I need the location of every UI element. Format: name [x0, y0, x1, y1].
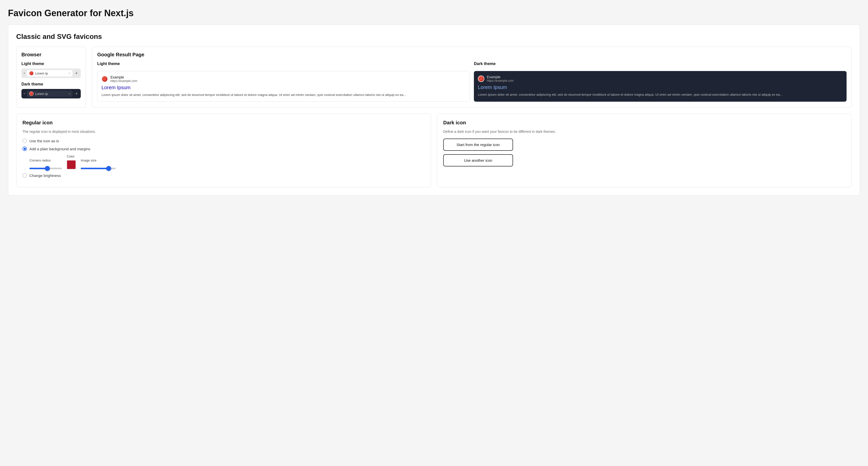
tab-favicon-dark: [29, 91, 34, 96]
google-dark-col: Dark theme Example https://example.com L…: [474, 62, 846, 102]
google-light-col: Light theme Example https://example.com …: [97, 62, 470, 102]
browser-panel: Browser Light theme × Lorem Ip × + Dark …: [16, 46, 86, 107]
change-brightness-label: Change brightness: [29, 174, 61, 178]
browser-tab-light[interactable]: Lorem Ip ×: [27, 70, 72, 76]
google-snippet-dark: Lorem ipsum dolor sit amet, consectetur …: [478, 92, 843, 97]
page-title: Favicon Generator for Next.js: [8, 8, 860, 19]
image-size-control: Image size: [81, 158, 116, 169]
browser-tab-close-left[interactable]: ×: [24, 71, 25, 75]
image-size-slider-thumb[interactable]: [106, 166, 111, 171]
google-site-name-light: Example: [111, 75, 137, 79]
tab-text-dark: Lorem Ip: [35, 92, 48, 96]
color-control: Color: [67, 155, 76, 169]
radio-option-1[interactable]: Use the icon as is: [23, 138, 425, 143]
corners-slider-track[interactable]: [29, 168, 62, 169]
radio-option-2[interactable]: Add a plain background and margins: [23, 147, 425, 151]
google-url-light: https://example.com: [111, 79, 137, 83]
google-favicon-dark: [478, 75, 484, 82]
google-snippet-light: Lorem ipsum dolor sit amet, consectetur …: [101, 92, 466, 97]
google-result-panel: Google Result Page Light theme Example h…: [92, 46, 852, 107]
change-brightness-radio: [23, 173, 27, 178]
tab-x-light[interactable]: ×: [68, 72, 70, 75]
regular-icon-subtitle: The regular icon is displayed in most si…: [23, 130, 425, 133]
browser-light-theme-label: Light theme: [22, 62, 81, 66]
regular-icon-panel: Regular icon The regular icon is display…: [16, 114, 431, 187]
image-size-slider-track[interactable]: [81, 168, 116, 169]
use-another-icon-button[interactable]: Use another icon: [443, 154, 513, 166]
google-light-result: Example https://example.com Lorem Ipsum …: [97, 71, 470, 102]
google-url-dark: https://example.com: [487, 79, 514, 83]
radio-label-2: Add a plain background and margins: [29, 147, 90, 151]
google-dark-result: Example https://example.com Lorem Ipsum …: [474, 71, 846, 102]
radio-circle-2: [23, 147, 27, 151]
corners-radius-label: Corners radius: [29, 158, 62, 162]
color-label: Color: [67, 155, 76, 158]
radio-label-1: Use the icon as is: [29, 139, 59, 143]
radio-circle-1: [23, 138, 27, 143]
browser-tab-bar-dark: × Lorem Ip × +: [22, 89, 81, 98]
google-site-name-dark: Example: [487, 75, 514, 79]
tab-new-light[interactable]: +: [74, 71, 79, 76]
browser-tab-close-dark-left[interactable]: ×: [24, 92, 25, 95]
google-themes-row: Light theme Example https://example.com …: [97, 62, 846, 102]
browser-dark-theme-label: Dark theme: [22, 82, 81, 87]
image-size-slider-fill: [81, 168, 109, 169]
google-result-header-light: Example https://example.com: [101, 75, 466, 83]
dark-icon-title: Dark icon: [443, 120, 845, 126]
corners-slider-thumb[interactable]: [45, 166, 50, 171]
google-light-theme-label: Light theme: [97, 62, 470, 66]
google-result-title-light[interactable]: Lorem Ipsum: [101, 85, 466, 90]
browser-tab-dark[interactable]: Lorem Ip ×: [27, 90, 72, 97]
main-card: Classic and SVG favicons Browser Light t…: [8, 24, 860, 196]
tab-x-dark[interactable]: ×: [68, 92, 70, 95]
tab-text-light: Lorem Ip: [35, 71, 48, 75]
tab-favicon-light: [29, 71, 34, 75]
controls-row: Corners radius Color Image size: [29, 155, 425, 169]
regular-icon-title: Regular icon: [23, 120, 425, 126]
google-dark-theme-label: Dark theme: [474, 62, 846, 66]
google-result-header-dark: Example https://example.com: [478, 75, 843, 83]
corners-radius-control: Corners radius: [29, 158, 62, 169]
dark-icon-panel: Dark icon Define a dark icon if you want…: [437, 114, 852, 187]
browser-tab-bar-light: × Lorem Ip × +: [22, 68, 81, 78]
change-brightness-option[interactable]: Change brightness: [23, 173, 425, 178]
google-panel-title: Google Result Page: [97, 52, 846, 58]
color-swatch[interactable]: [67, 160, 76, 169]
section-title: Classic and SVG favicons: [16, 33, 852, 41]
top-row: Browser Light theme × Lorem Ip × + Dark …: [16, 46, 852, 107]
browser-panel-title: Browser: [22, 52, 81, 58]
google-site-info-light: Example https://example.com: [111, 75, 137, 83]
google-site-info-dark: Example https://example.com: [487, 75, 514, 83]
image-size-label: Image size: [81, 158, 116, 162]
google-result-title-dark[interactable]: Lorem Ipsum: [478, 85, 843, 90]
tab-new-dark[interactable]: +: [74, 91, 79, 96]
google-favicon-light: [101, 76, 108, 82]
start-from-regular-button[interactable]: Start from the regular icon: [443, 138, 513, 151]
dark-icon-subtitle: Define a dark icon if you want your favi…: [443, 130, 845, 133]
bottom-row: Regular icon The regular icon is display…: [16, 114, 852, 187]
